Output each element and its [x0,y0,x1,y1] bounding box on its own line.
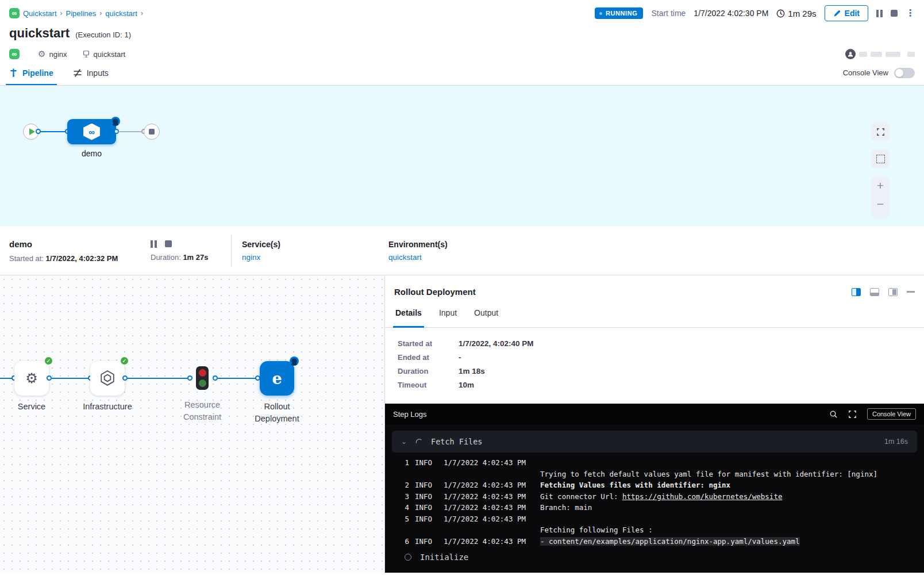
step-details-table: Started at 1/7/2022, 4:02:40 PM Ended at… [385,328,924,404]
tab-details[interactable]: Details [395,308,422,327]
detail-row: Ended at - [398,353,924,362]
divider [231,235,232,267]
link-port [47,375,52,381]
zoom-in-button[interactable]: + [871,177,890,195]
rollout-step-icon: e [272,370,282,388]
log-section-initialize[interactable]: Initialize [405,553,924,562]
fullscreen-icon [876,128,885,136]
breadcrumb-separator: › [141,9,143,17]
started-at-value: 1/7/2022, 4:02:32 PM [46,254,118,263]
edit-button[interactable]: Edit [825,5,868,21]
spinner-icon [415,438,423,446]
layout-right-icon[interactable] [852,288,861,296]
pause-execution-button[interactable] [876,10,883,17]
link-port [122,375,128,381]
redacted-text [907,52,915,57]
harness-cd-icon: ∞ [9,49,20,59]
exec-link [218,378,257,379]
detail-label: Ended at [398,353,459,362]
start-time-value: 1/7/2022 4:02:30 PM [694,9,768,18]
console-view-toggle[interactable] [894,68,915,78]
detail-row: Started at 1/7/2022, 4:02:40 PM [398,339,924,348]
breadcrumb-pipelines[interactable]: Pipelines [66,9,97,18]
detail-row: Duration 1m 18s [398,367,924,375]
service-link[interactable]: nginx [242,253,388,262]
duration-value: 1m 27s [183,253,208,262]
detail-label: Duration [398,367,459,375]
exec-node-label: Service [0,401,66,413]
clock-icon [776,9,785,18]
inputs-icon [73,68,82,78]
redacted-text [886,52,900,57]
exec-link [128,378,190,379]
multi-select-button[interactable] [871,149,890,168]
pause-stage-button[interactable] [151,240,157,248]
exec-node-infrastructure[interactable] [90,361,125,396]
detail-label: Timeout [398,381,459,389]
stage-node-demo[interactable]: ∞ [67,119,116,144]
pipeline-end-node[interactable] [144,124,160,140]
environment-link[interactable]: quickstart [388,253,535,262]
tab-output[interactable]: Output [474,308,498,327]
log-line: 5INFO1/7/2022 4:02:43 PM [385,513,924,525]
breadcrumb-pipeline-name[interactable]: quickstart [105,9,137,18]
chevron-down-icon: ⌄ [401,438,407,446]
start-time-label: Start time [651,9,686,18]
running-spinner-icon [111,117,120,126]
infrastructure-icon [100,370,115,386]
harness-cd-icon: ∞ [9,8,20,18]
stop-stage-button[interactable] [165,240,172,247]
marquee-icon [876,155,885,163]
elapsed-duration: 1m 29s [776,9,816,18]
tab-input[interactable]: Input [439,308,457,327]
execution-graph-canvas[interactable]: ⚙ ✓ Service ✓ Infrastructure Resource Co… [0,275,385,573]
fullscreen-button[interactable] [871,122,890,141]
environment-tag[interactable]: quickstart [82,50,126,59]
search-icon[interactable] [829,410,838,419]
status-dot-icon [599,12,602,15]
step-logs-console: Step Logs Console View ⌄ Fetch Files 1m … [385,404,924,573]
zoom-out-button[interactable]: − [871,195,890,213]
tab-pipeline[interactable]: Pipeline [9,60,53,85]
service-tag[interactable]: ⚙nginx [38,49,67,59]
stage-name: demo [9,239,151,249]
link-port [213,375,218,381]
status-badge: RUNNING [595,7,644,19]
resource-constraint-node[interactable] [196,366,209,390]
exec-node-service[interactable]: ⚙ [14,361,49,396]
exec-node-rollout-deployment[interactable]: e [260,361,294,396]
pipeline-canvas[interactable]: ∞ demo + − [0,86,924,227]
tab-inputs[interactable]: Inputs [73,60,109,85]
environments-label: Environment(s) [388,240,535,249]
breadcrumb-separator: › [60,9,63,17]
pipeline-link [38,131,68,132]
detail-label: Started at [398,339,459,348]
step-details-panel: Rollout Deployment Details Input Output … [385,275,924,573]
page-header: ∞ Quickstart › Pipelines › quickstart › … [0,0,924,60]
detail-value: - [459,353,461,362]
started-at-label: Started at: [9,254,44,263]
breadcrumb: Quickstart › Pipelines › quickstart › [23,9,143,18]
detail-row: Timeout 10m [398,381,924,389]
log-section-fetch-files[interactable]: ⌄ Fetch Files 1m 16s [392,431,917,453]
stage-node-label: demo [67,149,116,158]
gear-icon: ⚙ [38,49,45,59]
console-view-button[interactable]: Console View [867,408,916,420]
expand-logs-icon[interactable] [848,410,857,419]
log-line: 3INFO1/7/2022 4:02:43 PM Git connector U… [385,491,924,503]
stop-execution-button[interactable] [891,10,898,17]
detail-value: 1/7/2022, 4:02:40 PM [459,339,534,348]
log-line: 2INFO1/7/2022 4:02:43 PMFetching Values … [385,480,924,491]
zoom-controls: + − [871,177,890,218]
detail-value: 10m [459,381,474,389]
git-connector-link[interactable]: https://github.com/kubernetes/website [622,492,782,501]
minimize-panel-button[interactable] [907,291,915,293]
log-line: 1INFO1/7/2022 4:02:43 PM [385,457,924,469]
stop-icon [149,129,155,135]
more-options-button[interactable]: ⋮ [906,9,915,18]
duration-label: Duration: [151,253,181,262]
running-spinner-icon [290,356,299,366]
layout-bottom-icon[interactable] [870,288,879,296]
layout-float-icon[interactable] [888,288,898,296]
breadcrumb-quickstart[interactable]: Quickstart [23,9,57,18]
